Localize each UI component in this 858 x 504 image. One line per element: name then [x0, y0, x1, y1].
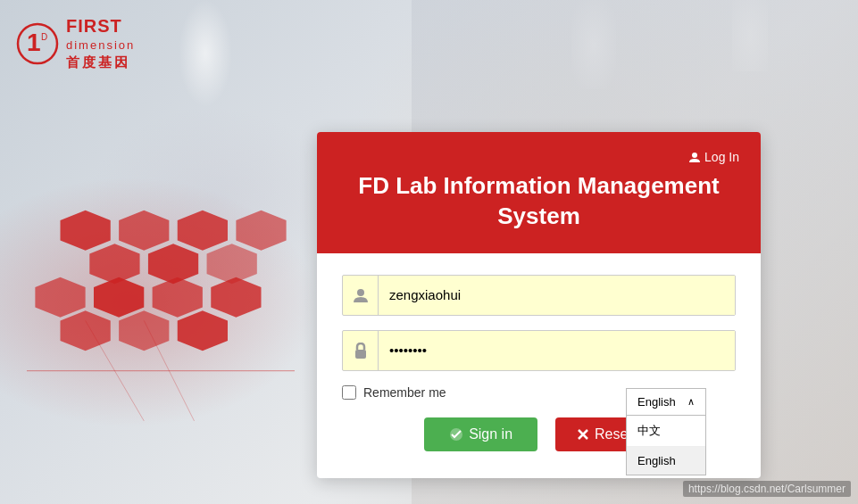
hex-svg [27, 196, 295, 428]
language-dropdown-container: English ∧ 中文 English [626, 388, 706, 475]
svg-point-20 [692, 153, 697, 158]
lang-button[interactable]: English ∧ [626, 388, 706, 416]
title-line2: System [497, 202, 580, 229]
svg-rect-22 [355, 350, 366, 359]
lang-menu: 中文 English [626, 416, 706, 475]
lang-current: English [637, 395, 676, 409]
login-link[interactable]: Log In [688, 150, 739, 164]
lock-input-icon [343, 331, 379, 370]
logo-cn: 首度基因 [66, 54, 135, 71]
user-icon [688, 151, 701, 163]
logo-dimension: dimension [66, 38, 135, 52]
login-link-label: Log In [704, 150, 739, 164]
username-input[interactable] [379, 276, 735, 315]
svg-text:1: 1 [27, 29, 41, 56]
watermark-text: https://blog.csdn.net/Carlsummer [688, 483, 846, 495]
svg-marker-6 [207, 244, 257, 284]
signin-label: Sign in [469, 426, 512, 442]
svg-marker-10 [211, 277, 261, 318]
svg-marker-0 [61, 211, 111, 251]
svg-marker-2 [178, 211, 228, 251]
svg-marker-9 [153, 277, 203, 318]
username-row [342, 275, 736, 316]
svg-marker-12 [119, 310, 169, 351]
cross-icon [577, 428, 589, 441]
password-row [342, 330, 736, 371]
svg-marker-4 [89, 244, 139, 284]
svg-marker-11 [61, 310, 111, 351]
svg-marker-5 [148, 244, 198, 284]
logo-svg: 1 D [16, 22, 59, 65]
svg-marker-13 [178, 310, 228, 351]
lang-zh-label: 中文 [637, 424, 661, 437]
panel-header: Log In FD Lab Information Management Sys… [317, 132, 761, 253]
remember-checkbox[interactable] [342, 385, 356, 400]
user-input-icon [343, 276, 379, 315]
lang-option-zh[interactable]: 中文 [627, 416, 705, 447]
remember-label[interactable]: Remember me [363, 385, 446, 400]
password-input[interactable] [379, 331, 735, 370]
svg-marker-1 [119, 211, 169, 251]
lang-en-label: English [637, 454, 676, 467]
ceiling-light [179, 0, 232, 107]
watermark: https://blog.csdn.net/Carlsummer [683, 481, 851, 497]
signin-button[interactable]: Sign in [424, 417, 537, 451]
chevron-up-icon: ∧ [687, 396, 695, 408]
logo: 1 D FIRST dimension 首度基因 [16, 16, 135, 71]
header-top: Log In [338, 150, 739, 164]
logo-text: FIRST dimension 首度基因 [66, 16, 135, 71]
logo-brand: FIRST dimension [66, 16, 135, 53]
lang-option-en[interactable]: English [627, 447, 705, 475]
hex-group [27, 196, 295, 428]
panel-title: FD Lab Information Management System [338, 171, 739, 232]
svg-text:D: D [41, 32, 47, 42]
user-icon-svg [353, 287, 369, 303]
svg-marker-3 [236, 211, 286, 251]
logo-first: FIRST [66, 16, 122, 36]
title-line1: FD Lab Information Management [358, 172, 719, 199]
svg-marker-8 [94, 277, 144, 318]
check-icon [449, 427, 463, 442]
svg-point-21 [357, 289, 364, 296]
svg-marker-7 [35, 277, 85, 318]
lock-icon-svg [354, 343, 368, 359]
